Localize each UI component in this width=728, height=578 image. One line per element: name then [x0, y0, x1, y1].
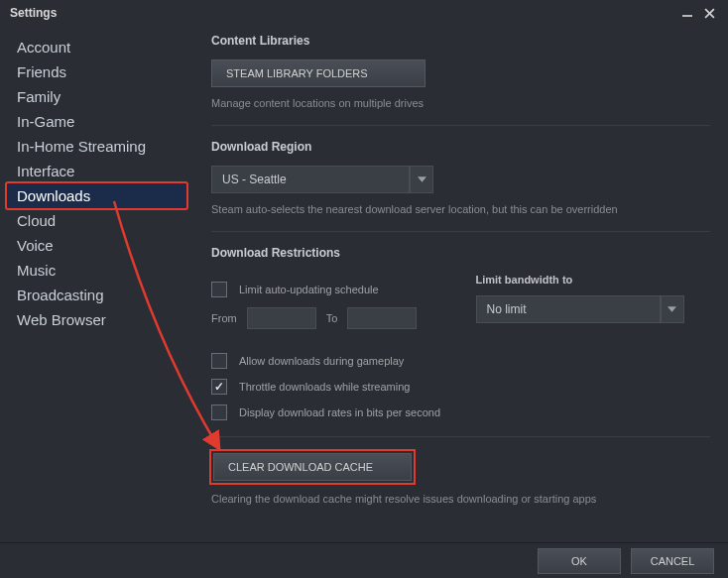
- allow-gameplay-downloads-label: Allow downloads during gameplay: [239, 355, 404, 367]
- bandwidth-limit-select[interactable]: No limit: [476, 295, 711, 323]
- limit-schedule-label: Limit auto-updating schedule: [239, 284, 379, 295]
- dialog-footer: OK CANCEL: [0, 542, 728, 578]
- minimize-button[interactable]: [676, 4, 698, 22]
- download-region-value: US - Seattle: [211, 166, 410, 193]
- library-help-text: Manage content locations on multiple dri…: [211, 97, 710, 109]
- sidebar-item-interface[interactable]: Interface: [7, 159, 186, 183]
- region-help-text: Steam auto-selects the nearest download …: [211, 203, 710, 215]
- throttle-streaming-label: Throttle downloads while streaming: [239, 381, 410, 393]
- sidebar-item-account[interactable]: Account: [7, 35, 186, 59]
- sidebar-item-family[interactable]: Family: [7, 84, 186, 109]
- throttle-streaming-checkbox[interactable]: [211, 379, 227, 395]
- download-region-select[interactable]: US - Seattle: [211, 166, 710, 193]
- sidebar-item-web-browser[interactable]: Web Browser: [7, 307, 186, 332]
- close-button[interactable]: [698, 4, 720, 22]
- sidebar-item-downloads[interactable]: Downloads: [7, 183, 186, 208]
- divider: [211, 231, 710, 232]
- sidebar-item-friends[interactable]: Friends: [7, 59, 186, 84]
- schedule-to-input[interactable]: [347, 307, 417, 329]
- sidebar-item-music[interactable]: Music: [7, 258, 186, 283]
- download-restrictions-title: Download Restrictions: [211, 246, 710, 260]
- divider: [211, 436, 710, 437]
- chevron-down-icon: [410, 166, 433, 193]
- display-bits-checkbox[interactable]: [211, 405, 227, 420]
- window-title: Settings: [10, 6, 676, 20]
- cancel-button[interactable]: CANCEL: [631, 548, 714, 574]
- clear-cache-highlight: CLEAR DOWNLOAD CACHE: [211, 451, 414, 483]
- sidebar-item-cloud[interactable]: Cloud: [7, 208, 186, 233]
- svg-rect-0: [682, 15, 692, 17]
- titlebar: Settings: [0, 0, 728, 26]
- sidebar-item-in-game[interactable]: In-Game: [7, 109, 186, 134]
- content-area: Account Friends Family In-Game In-Home S…: [0, 26, 728, 541]
- limit-schedule-checkbox[interactable]: [211, 282, 227, 297]
- display-bits-label: Display download rates in bits per secon…: [239, 406, 440, 418]
- clear-cache-help-text: Clearing the download cache might resolv…: [211, 493, 710, 505]
- clear-download-cache-button[interactable]: CLEAR DOWNLOAD CACHE: [213, 453, 412, 481]
- sidebar-item-broadcasting[interactable]: Broadcasting: [7, 283, 186, 307]
- settings-panel: Content Libraries STEAM LIBRARY FOLDERS …: [193, 26, 728, 541]
- download-region-title: Download Region: [211, 140, 710, 154]
- sidebar-item-voice[interactable]: Voice: [7, 233, 186, 258]
- sidebar-item-in-home-streaming[interactable]: In-Home Streaming: [7, 134, 186, 159]
- ok-button[interactable]: OK: [538, 548, 621, 574]
- chevron-down-icon: [661, 295, 684, 323]
- settings-sidebar: Account Friends Family In-Game In-Home S…: [0, 26, 193, 541]
- to-label: To: [326, 312, 338, 324]
- schedule-from-input[interactable]: [247, 307, 316, 329]
- from-label: From: [211, 312, 237, 324]
- limit-bandwidth-title: Limit bandwidth to: [476, 274, 711, 286]
- bandwidth-limit-value: No limit: [476, 295, 661, 323]
- divider: [211, 125, 710, 126]
- content-libraries-title: Content Libraries: [211, 34, 710, 48]
- steam-library-folders-button[interactable]: STEAM LIBRARY FOLDERS: [211, 59, 425, 87]
- allow-gameplay-downloads-checkbox[interactable]: [211, 353, 227, 369]
